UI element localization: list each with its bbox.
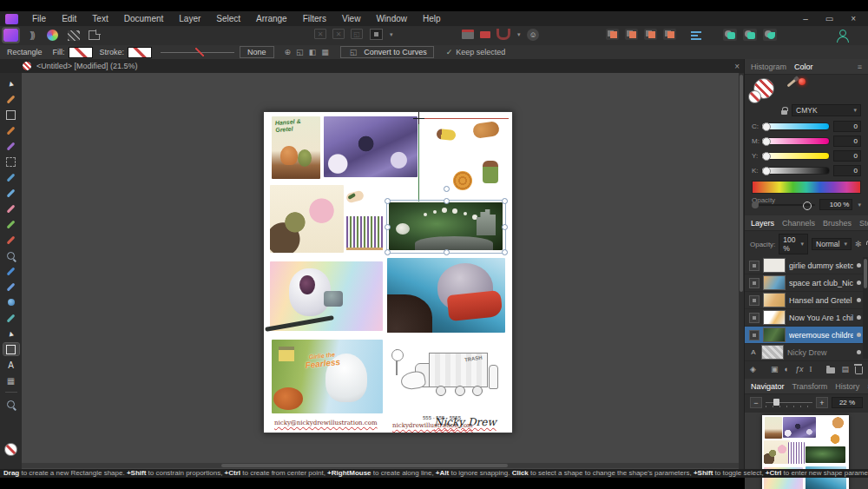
assistant-icon[interactable]: ☺ (527, 29, 539, 41)
magenta-value[interactable]: 0 (833, 135, 861, 147)
export-persona-icon[interactable] (87, 29, 102, 42)
zoom-tool[interactable] (3, 398, 19, 410)
alignment-icon[interactable] (691, 31, 701, 40)
selection-box[interactable] (386, 200, 506, 254)
erase-brush-tool[interactable] (3, 202, 19, 215)
layer-expand-badge[interactable] (749, 278, 760, 288)
tab-channels[interactable]: Channels (782, 219, 815, 228)
tab-histogram[interactable]: Histogram (751, 63, 786, 71)
zoom-slider-handle[interactable] (773, 399, 779, 406)
yellow-value[interactable]: 0 (833, 150, 861, 162)
adjustment-icon[interactable]: ◐ (784, 365, 788, 373)
selection-handle[interactable] (502, 249, 508, 255)
layer-expand-badge[interactable] (749, 313, 760, 323)
layer-visibility-dot[interactable] (857, 281, 861, 285)
layer-expand-badge[interactable] (749, 261, 760, 271)
stroke-width-slider[interactable] (161, 52, 234, 53)
active-color-swatch[interactable] (3, 443, 19, 455)
flood-fill-tool[interactable] (3, 171, 19, 183)
menu-select[interactable]: Select (208, 14, 248, 23)
artwork-rocket-bottles[interactable] (339, 188, 388, 253)
cyan-value[interactable]: 0 (833, 121, 861, 132)
pattern-icon[interactable]: ▤ (841, 365, 849, 373)
boolean-divide-icon[interactable] (763, 29, 777, 41)
opacity-value[interactable]: 100 % (819, 199, 852, 210)
layer-visibility-dot[interactable] (857, 333, 861, 337)
zoom-value[interactable]: 22 % (832, 397, 863, 408)
selection-handle[interactable] (385, 198, 391, 204)
layer-row[interactable]: A Nicky Drew (745, 344, 868, 361)
move-forward-icon[interactable] (625, 29, 638, 40)
menu-file[interactable]: File (24, 14, 54, 23)
yellow-slider[interactable] (761, 152, 830, 160)
marquee-tool[interactable] (3, 155, 19, 168)
tab-navigator[interactable]: Navigator (751, 382, 785, 391)
move-to-front-icon[interactable] (606, 29, 619, 40)
burn-brush-tool[interactable] (3, 234, 19, 246)
layer-expand-badge[interactable] (749, 295, 760, 306)
grid-option-icon[interactable]: ▦ (321, 48, 329, 56)
menu-filters[interactable]: Filters (295, 14, 334, 23)
develop-persona-icon[interactable] (45, 29, 60, 42)
chevron-down-icon[interactable]: ▾ (390, 31, 393, 38)
eyedropper-icon[interactable] (786, 78, 796, 87)
stroke-swatch[interactable] (128, 47, 152, 58)
move-to-back-icon[interactable] (663, 29, 676, 40)
stroke-style-dropdown[interactable]: None (240, 46, 274, 58)
document-tab[interactable]: <Untitled> [Modified] (21.5%) (36, 62, 138, 70)
canvas-area[interactable]: Hansel & Gretel (22, 73, 739, 469)
live-filter-icon[interactable]: ƒx (795, 365, 804, 373)
trash-icon[interactable] (855, 367, 863, 374)
snap-center-icon[interactable]: ⊕ (285, 48, 292, 56)
layers-opacity-dropdown[interactable]: 100 % ▾ (779, 234, 808, 254)
cyan-slider[interactable] (761, 122, 830, 130)
zoom-out-button[interactable]: − (750, 397, 762, 408)
selection-handle[interactable] (444, 249, 450, 255)
black-value[interactable]: 0 (833, 165, 861, 176)
artwork-astronaut[interactable] (270, 261, 383, 331)
layer-row[interactable]: space art club_Nicky Dr... (745, 274, 868, 292)
healing-brush-tool[interactable] (3, 281, 19, 293)
artwork-opossum-desk[interactable] (270, 185, 344, 253)
keep-selected-checkbox[interactable]: ✓ Keep selected (446, 48, 506, 56)
close-button[interactable]: × (851, 14, 856, 23)
restore-button[interactable]: ▭ (825, 14, 833, 23)
layer-row[interactable]: Now You Are 1 children'... (745, 309, 868, 327)
layer-row-selected[interactable]: weremouse children's b... (745, 327, 868, 344)
menu-arrange[interactable]: Arrange (248, 14, 295, 23)
scrollbar-thumb[interactable] (221, 464, 508, 467)
tone-mapping-persona-icon[interactable] (66, 29, 81, 42)
flood-select-tool[interactable] (3, 140, 19, 152)
zoom-in-button[interactable]: + (816, 397, 828, 408)
tab-history[interactable]: History (835, 382, 859, 391)
stroke-color-circle[interactable] (748, 90, 761, 103)
group-folder-icon[interactable] (826, 367, 835, 373)
artwork-cave-scene[interactable] (324, 116, 418, 177)
rectangle-tool[interactable] (3, 343, 19, 355)
layer-visibility-dot[interactable] (857, 298, 861, 302)
mask-layer-icon[interactable]: ▣ (771, 365, 779, 373)
menu-layer[interactable]: Layer (171, 14, 208, 23)
tag-icon[interactable]: ◈ (750, 365, 756, 373)
black-slider[interactable] (761, 167, 830, 175)
artwork-baby-dog-sketch[interactable] (424, 117, 504, 150)
artwork-hansel-gretel-cover[interactable]: Hansel & Gretel (272, 116, 320, 179)
move-tool[interactable]: ▲ (3, 77, 19, 89)
blur-tool[interactable] (3, 296, 19, 308)
horizontal-scrollbar[interactable] (22, 463, 739, 468)
crop-tool[interactable] (3, 109, 19, 121)
clone-brush-tool[interactable] (3, 249, 19, 261)
view-mode-icon[interactable] (370, 29, 383, 40)
menu-view[interactable]: View (334, 14, 369, 23)
blend-mode-dropdown[interactable]: Normal ▾ (812, 238, 852, 250)
opacity-slider[interactable] (752, 204, 815, 206)
half-option-icon[interactable]: ◧ (309, 48, 317, 56)
account-icon[interactable] (835, 29, 849, 42)
tab-brushes[interactable]: Brushes (823, 219, 852, 228)
artwork-elephant-boat[interactable] (387, 258, 505, 333)
photo-persona-icon[interactable] (3, 29, 18, 42)
mesh-warp-tool[interactable]: ▦ (3, 374, 19, 387)
artwork-fearless-cover[interactable]: Girlie the Fearless (272, 340, 383, 413)
tab-layers[interactable]: Layers (751, 219, 774, 228)
minimize-button[interactable]: – (803, 14, 808, 23)
